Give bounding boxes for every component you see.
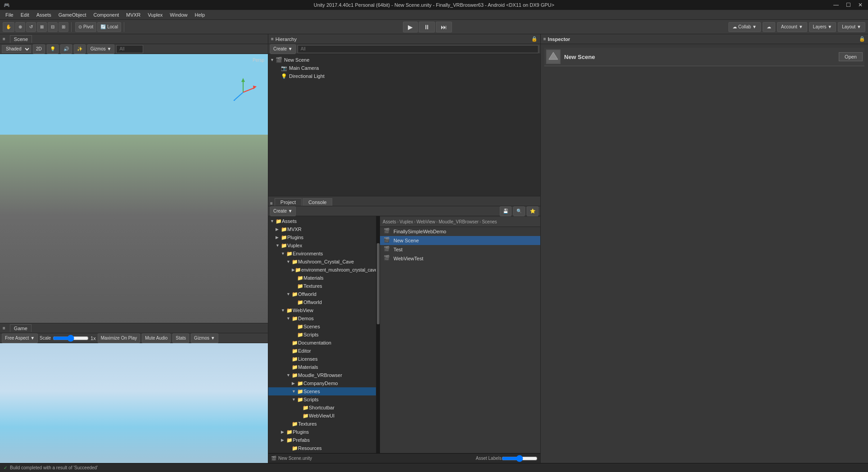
stats-btn[interactable]: Stats [172, 333, 189, 343]
zoom-slider[interactable] [502, 455, 538, 462]
layers-button[interactable]: Layers ▼ [809, 22, 836, 32]
shaded-dropdown[interactable]: Shaded [2, 45, 31, 53]
menu-edit[interactable]: Edit [17, 11, 33, 18]
menu-help[interactable]: Help [191, 11, 208, 18]
tree-resources[interactable]: 📁 Resources [268, 444, 376, 452]
tree-webview-textures[interactable]: 📁 Textures [268, 420, 376, 428]
scene-light-btn[interactable]: 💡 [47, 44, 59, 54]
scene-audio-btn[interactable]: 🔊 [60, 44, 72, 54]
tree-mvxr[interactable]: ▶ 📁 MVXR [268, 225, 376, 233]
tree-scripts[interactable]: ▼ 📁 Scripts [268, 395, 376, 404]
project-star-btn[interactable]: ⭐ [527, 206, 538, 216]
project-create-btn[interactable]: Create ▼ [270, 206, 296, 216]
tree-offworld-inner[interactable]: 📁 Offworld [268, 298, 376, 306]
breadcrumb-vuplex[interactable]: Vuplex [399, 219, 413, 224]
free-aspect-btn[interactable]: Free Aspect ▼ [2, 333, 38, 343]
mute-audio-btn[interactable]: Mute Audio [142, 333, 171, 343]
tree-moudle-vrbrowser[interactable]: ▼ 📁 Moudle_VRBrowser [268, 371, 376, 379]
move-tool[interactable]: ⊕ [15, 22, 25, 32]
tree-companydemo[interactable]: ▶ 📁 CompanyDemo [268, 379, 376, 387]
menu-window[interactable]: Window [166, 11, 191, 18]
tree-webview-materials[interactable]: 📁 Materials [268, 363, 376, 371]
tree-vuplex[interactable]: ▼ 📁 Vuplex [268, 241, 376, 250]
scene-view[interactable]: Persp [0, 54, 268, 323]
tree-materials[interactable]: 📁 Materials [268, 274, 376, 282]
hierarchy-content[interactable]: ▼ 🎬 New Scene 📷 Main Camera 💡 Directiona… [268, 54, 540, 196]
project-files[interactable]: Assets › Vuplex › WebView › Moudle_VRBro… [380, 216, 540, 453]
file-finally-simple[interactable]: 🎬 FinallySimpleWebDemo [380, 227, 540, 236]
local-button[interactable]: 🔄 Local [97, 22, 121, 32]
tree-assets[interactable]: ▼ 📁 Assets [268, 217, 376, 225]
game-view[interactable] [0, 343, 268, 463]
maximize-button[interactable]: ☐ [844, 2, 853, 8]
layout-button[interactable]: Layout ▼ [838, 22, 865, 32]
tree-item-new-scene[interactable]: ▼ 🎬 New Scene [268, 56, 540, 64]
tree-demos-scripts[interactable]: 📁 Scripts [268, 331, 376, 339]
menu-component[interactable]: Component [90, 11, 122, 18]
step-button[interactable]: ⏭ [436, 22, 452, 32]
menu-mvxr[interactable]: MVXR [122, 11, 144, 18]
hand-tool[interactable]: ✋ [3, 22, 14, 32]
tree-env-mushroom[interactable]: ▶ 📁 environment_mushroom_crystal_cave [268, 266, 376, 274]
tree-textures[interactable]: 📁 Textures [268, 282, 376, 290]
project-tab-project[interactable]: Project [275, 198, 302, 206]
tree-item-main-camera[interactable]: 📷 Main Camera [268, 64, 540, 72]
breadcrumb-assets[interactable]: Assets [383, 219, 396, 224]
tree-editor[interactable]: 📁 Editor [268, 347, 376, 355]
tree-mushroom[interactable]: ▼ 📁 Mushroom_Crystal_Cave [268, 258, 376, 266]
pause-button[interactable]: ⏸ [419, 22, 435, 32]
cloud-button[interactable]: ☁ [763, 22, 775, 32]
tree-scrollbar-thumb[interactable] [377, 243, 380, 324]
tree-documentation[interactable]: 📁 Documentation [268, 339, 376, 347]
multi-tool[interactable]: ⊞ [59, 22, 68, 32]
project-tree[interactable]: ▼ 📁 Assets ▶ 📁 MVXR ▶ 📁 Plugins [268, 216, 376, 453]
hierarchy-lock-icon[interactable]: 🔒 [531, 36, 538, 42]
hierarchy-create-btn[interactable]: Create ▼ [270, 44, 296, 54]
tree-vuplex-plugins[interactable]: ▶ 📁 Plugins [268, 428, 376, 436]
project-tab-console[interactable]: Console [303, 198, 332, 206]
menu-file[interactable]: File [2, 11, 17, 18]
tree-prefabs[interactable]: ▶ 📁 Prefabs [268, 436, 376, 444]
scene-tab[interactable]: Scene [10, 35, 32, 43]
open-button[interactable]: Open [839, 52, 863, 61]
inspector-lock-icon[interactable]: 🔒 [859, 36, 865, 42]
play-button[interactable]: ▶ [403, 22, 418, 32]
breadcrumb-webview[interactable]: WebView [416, 219, 435, 224]
game-gizmos-btn[interactable]: Gizmos ▼ [191, 333, 218, 343]
breadcrumb-moudle[interactable]: Moudle_VRBrowser [439, 219, 479, 224]
tree-scenes-selected[interactable]: ▼ 📁 Scenes [268, 387, 376, 395]
tree-offworld[interactable]: ▼ 📁 Offworld [268, 290, 376, 298]
file-webviewtest[interactable]: 🎬 WebViewTest [380, 254, 540, 263]
tree-plugins[interactable]: ▶ 📁 Plugins [268, 233, 376, 241]
scale-tool[interactable]: ⊠ [37, 22, 47, 32]
maximize-on-play-btn[interactable]: Maximize On Play [98, 333, 140, 343]
minimize-button[interactable]: — [832, 2, 841, 8]
tree-webviewui[interactable]: 📁 WebViewUI [268, 412, 376, 420]
2d-button[interactable]: 2D [33, 44, 45, 54]
gizmos-btn[interactable]: Gizmos ▼ [87, 44, 115, 54]
file-test[interactable]: 🎬 Test [380, 245, 540, 254]
menu-assets[interactable]: Assets [33, 11, 55, 18]
tree-demos-scenes[interactable]: 📁 Scenes [268, 322, 376, 331]
tree-licenses[interactable]: 📁 Licenses [268, 355, 376, 363]
tree-demos[interactable]: ▼ 📁 Demos [268, 314, 376, 322]
breadcrumb-scenes[interactable]: Scenes [482, 219, 497, 224]
pivot-button[interactable]: ⊙ Pivot [75, 22, 96, 32]
tree-item-directional-light[interactable]: 💡 Directional Light [268, 72, 540, 80]
menu-vuplex[interactable]: Vuplex [144, 11, 166, 18]
menu-gameobject[interactable]: GameObject [55, 11, 90, 18]
project-search-btn[interactable]: 🔍 [513, 206, 525, 216]
tree-environments[interactable]: ▼ 📁 Environments [268, 250, 376, 258]
hierarchy-search[interactable] [298, 45, 538, 53]
tree-shortcutbar[interactable]: 📁 Shortcutbar [268, 404, 376, 412]
file-new-scene[interactable]: 🎬 New Scene [380, 236, 540, 245]
scale-slider[interactable] [53, 335, 89, 341]
account-button[interactable]: Account ▼ [777, 22, 807, 32]
project-save-btn[interactable]: 💾 [500, 206, 511, 216]
collab-button[interactable]: ☁ Collab ▼ [728, 22, 761, 32]
scene-fx-btn[interactable]: ✨ [74, 44, 86, 54]
close-button[interactable]: ✕ [856, 2, 864, 8]
scene-search[interactable] [116, 45, 143, 53]
game-tab[interactable]: Game [10, 324, 32, 332]
tree-webview[interactable]: ▼ 📁 WebView [268, 306, 376, 314]
